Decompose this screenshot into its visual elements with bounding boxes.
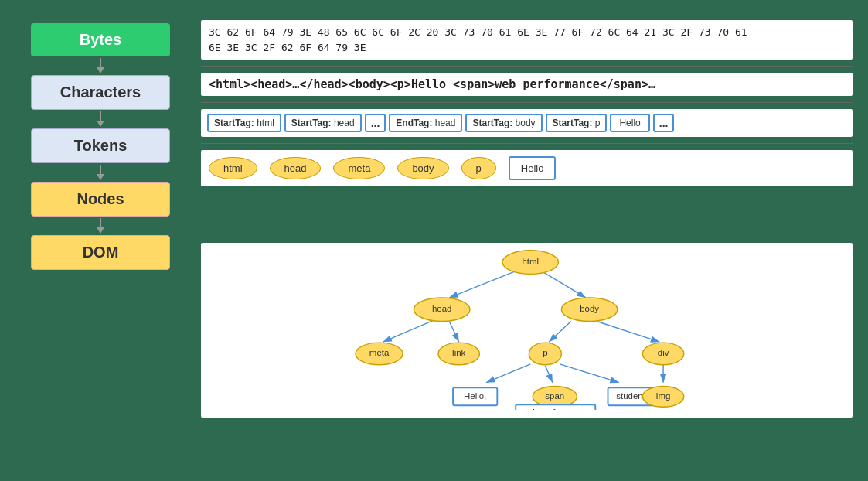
node-meta: meta — [333, 157, 385, 179]
nodes-box: Nodes — [31, 182, 170, 217]
token-start-head: StartTag: head — [284, 114, 362, 132]
svg-line-8 — [545, 366, 553, 383]
node-p: p — [461, 157, 496, 179]
bytes-row: 3C 62 6F 64 79 3E 48 65 6C 6C 6F 2C 20 3… — [201, 14, 853, 67]
tokens-content: StartTag: html StartTag: head ... EndTag… — [201, 109, 853, 137]
svg-line-9 — [560, 364, 618, 383]
token-val-5: p — [595, 118, 601, 128]
nodes-row: html head meta body p Hello — [201, 144, 853, 193]
arrow-tokens-to-nodes — [97, 165, 104, 180]
characters-label: Characters — [60, 84, 141, 101]
dom-row: html head body meta link p — [201, 193, 853, 467]
dom-box: DOM — [31, 235, 170, 270]
token-type-1: StartTag: — [214, 118, 254, 128]
dom-div-label: div — [658, 348, 669, 357]
bytes-box: Bytes — [31, 23, 170, 56]
dom-content: html head body meta link p — [201, 243, 853, 418]
bytes-line2: 6E 3E 3C 2F 62 6F 64 79 3E — [209, 42, 366, 53]
dom-span-label: span — [545, 391, 564, 401]
dom-webperf-label: web performance — [521, 408, 590, 410]
bytes-label: Bytes — [80, 31, 121, 48]
token-start-html: StartTag: html — [207, 114, 281, 132]
tokens-label: Tokens — [74, 137, 128, 154]
dom-tree-svg: html head body meta link p — [204, 247, 849, 410]
token-ellipsis-2: ... — [653, 114, 675, 132]
dom-hello-label: Hello, — [464, 391, 486, 401]
pipeline-column: Bytes Characters Tokens Nodes DOM — [8, 8, 193, 473]
token-ellipsis-1: ... — [365, 114, 386, 132]
token-val-1: html — [257, 118, 274, 128]
dom-p-label: p — [543, 348, 547, 357]
token-type-4: StartTag: — [472, 118, 512, 128]
right-column: 3C 62 6F 64 79 3E 48 65 6C 6C 6F 2C 20 3… — [193, 8, 860, 473]
dom-html-label: html — [522, 257, 539, 266]
nodes-content: html head meta body p Hello — [201, 150, 853, 186]
bytes-content: 3C 62 6F 64 79 3E 48 65 6C 6C 6F 2C 20 3… — [201, 20, 853, 60]
dom-body-label: body — [580, 304, 599, 313]
tokens-box: Tokens — [31, 128, 170, 163]
dom-img-label: img — [656, 391, 670, 401]
svg-line-3 — [383, 320, 434, 343]
token-type-5: StartTag: — [553, 118, 593, 128]
svg-line-6 — [597, 321, 659, 342]
svg-line-5 — [549, 321, 571, 342]
token-val-2: head — [334, 118, 355, 128]
node-head: head — [270, 157, 322, 179]
dom-link-label: link — [452, 348, 465, 357]
dom-meta-label: meta — [369, 348, 390, 357]
token-end-head: EndTag: head — [389, 114, 462, 132]
token-val-4: body — [516, 118, 536, 128]
dom-head-label: head — [432, 304, 451, 313]
token-start-body: StartTag: body — [465, 114, 542, 132]
arrow-bytes-to-chars — [97, 58, 104, 73]
token-type-3: EndTag: — [396, 118, 432, 128]
token-hello: Hello — [610, 114, 649, 132]
chars-row: <html><head>…</head><body><p>Hello <span… — [201, 67, 853, 103]
token-start-p: StartTag: p — [546, 114, 608, 132]
nodes-label: Nodes — [77, 190, 124, 207]
chars-content: <html><head>…</head><body><p>Hello <span… — [201, 73, 853, 96]
characters-box: Characters — [31, 75, 170, 110]
arrow-chars-to-tokens — [97, 111, 104, 127]
node-html: html — [209, 157, 257, 179]
svg-line-4 — [449, 321, 458, 342]
dom-label: DOM — [83, 244, 119, 261]
tokens-row: StartTag: html StartTag: head ... EndTag… — [201, 103, 853, 144]
svg-line-7 — [486, 364, 530, 383]
token-val-3: head — [435, 118, 456, 128]
chars-text: <html><head>…</head><body><p>Hello <span… — [209, 77, 655, 91]
arrow-nodes-to-dom — [97, 218, 104, 234]
token-type-2: StartTag: — [291, 118, 332, 128]
bytes-line1: 3C 62 6F 64 79 3E 48 65 6C 6C 6F 2C 20 3… — [209, 26, 747, 38]
node-hello-rect: Hello — [509, 156, 557, 180]
node-body: body — [397, 157, 448, 179]
